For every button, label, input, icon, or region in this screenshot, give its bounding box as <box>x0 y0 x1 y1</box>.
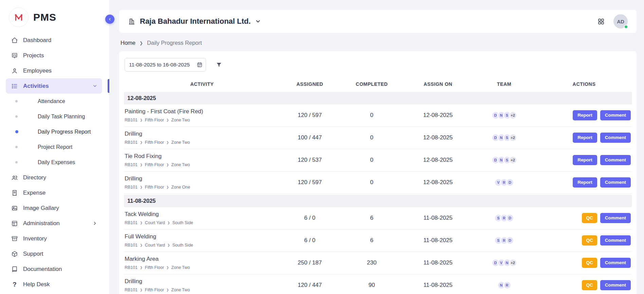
topbar-right: AD <box>597 14 628 28</box>
assign-on-value: 12-08-2025 <box>404 134 472 141</box>
app-logo[interactable]: PMS <box>0 0 109 33</box>
comment-button[interactable]: Comment <box>600 110 631 120</box>
path-chevron-icon: ❯ <box>166 163 169 166</box>
breadcrumb-home[interactable]: Home <box>121 40 135 46</box>
comment-button[interactable]: Comment <box>600 155 631 165</box>
comment-button[interactable]: Comment <box>600 133 631 143</box>
report-button[interactable]: Report <box>573 177 597 188</box>
path-chevron-icon: ❯ <box>167 243 170 247</box>
row-actions: QCComment <box>536 258 632 268</box>
sidebar-collapse-button[interactable]: ‹ <box>105 15 114 24</box>
sidebar-item-projects[interactable]: Projects <box>6 48 102 63</box>
sidebar-item-label: Employees <box>23 67 52 74</box>
package-icon <box>11 251 18 257</box>
team-extra-count[interactable]: +2 <box>509 259 517 267</box>
completed-value: 0 <box>339 134 404 141</box>
sidebar-item-image-gallery[interactable]: Image Gallary <box>6 200 102 216</box>
sidebar-item-administration[interactable]: Administration <box>6 216 102 231</box>
user-avatar[interactable]: AD <box>613 14 628 28</box>
comment-button[interactable]: Comment <box>600 177 631 188</box>
sidebar-item-label: Help Desk <box>23 281 50 288</box>
apps-grid-icon[interactable] <box>597 18 605 25</box>
table-row: Tack Welding RB101❯Court Yard❯South Side… <box>124 207 632 230</box>
sidebar-item-employees[interactable]: Employees <box>6 63 102 78</box>
sidebar-subitem-attendance[interactable]: Attendance <box>0 94 109 109</box>
report-button[interactable]: Report <box>573 155 597 165</box>
team-extra-count[interactable]: +2 <box>509 134 517 142</box>
column-header: ACTIVITY <box>124 81 280 87</box>
activity-path: RB101❯Court Yard❯South Side <box>125 220 280 225</box>
sidebar-subitem-daily-expenses[interactable]: Daily Expenses <box>0 155 109 170</box>
company-name: Raja Bahadur International Ltd. <box>140 17 251 26</box>
report-button[interactable]: Report <box>573 133 597 143</box>
comment-button[interactable]: Comment <box>600 280 631 290</box>
team-avatar[interactable]: D <box>506 214 514 222</box>
team-avatar[interactable]: D <box>506 178 514 187</box>
sidebar-item-label: Inventory <box>23 235 47 242</box>
sidebar-subitem-daily-task-planning[interactable]: Daily Task Planning <box>0 109 109 124</box>
logo-text: PMS <box>33 12 56 23</box>
team-avatar[interactable]: R <box>503 281 511 289</box>
sidebar-item-expense[interactable]: Expense <box>6 185 102 200</box>
completed-value: 0 <box>339 112 404 119</box>
book-icon <box>11 266 18 273</box>
report-button[interactable]: Report <box>573 110 597 120</box>
path-segment: RB101 <box>125 220 137 225</box>
comment-button[interactable]: Comment <box>600 258 631 268</box>
online-status-dot <box>624 25 628 29</box>
activity-title: Painting - First Coat (Fire Red) <box>125 108 280 115</box>
kanban-icon <box>11 52 18 59</box>
team-avatars: VRD <box>472 178 536 187</box>
company-selector[interactable]: Raja Bahadur International Ltd. <box>128 17 261 26</box>
qc-button[interactable]: QC <box>582 258 597 268</box>
comment-button[interactable]: Comment <box>600 235 631 246</box>
sidebar-item-documentation[interactable]: Documentation <box>6 261 102 277</box>
breadcrumb-current: Daily Progress Report <box>147 40 202 46</box>
sidebar-item-label: Image Gallary <box>23 205 59 212</box>
sidebar-item-support[interactable]: Support <box>6 246 102 261</box>
sidebar-item-help-desk[interactable]: ? Help Desk <box>6 277 102 292</box>
path-segment: Fifth Floor <box>145 140 164 145</box>
sidebar-item-label: Support <box>23 251 43 257</box>
path-segment: Zone One <box>171 185 190 190</box>
sidebar-item-activities[interactable]: Activities <box>6 78 102 94</box>
sidebar-item-label: Documentation <box>23 266 62 273</box>
sidebar-subitem-daily-progress-report[interactable]: Daily Progress Report <box>0 124 109 139</box>
home-icon <box>11 37 18 44</box>
archive-box-icon <box>11 235 18 242</box>
team-extra-count[interactable]: +2 <box>509 156 517 164</box>
table-header: ACTIVITY ASSIGNED COMPLETED ASSIGN ON TE… <box>124 77 632 91</box>
table-row: Painting - First Coat (Fire Red) RB101❯F… <box>124 104 632 127</box>
filter-icon[interactable] <box>216 61 222 68</box>
activity-path: RB101❯Fifth Floor❯Zone Two <box>125 288 280 292</box>
chevron-right-icon <box>92 221 97 226</box>
path-segment: South Side <box>172 220 193 225</box>
row-actions: ReportComment <box>536 155 632 165</box>
team-avatar[interactable]: D <box>506 236 514 244</box>
activities-submenu: Attendance Daily Task Planning Daily Pro… <box>0 94 109 170</box>
comment-button[interactable]: Comment <box>600 213 631 223</box>
assign-on-value: 12-08-2025 <box>404 179 472 186</box>
activity-cell: Tack Welding RB101❯Court Yard❯South Side <box>124 211 280 225</box>
date-range-picker[interactable] <box>125 58 206 72</box>
sidebar-subitem-project-report[interactable]: Project Report <box>0 139 109 155</box>
path-segment: Court Yard <box>145 243 165 248</box>
sidebar-item-directory[interactable]: Directory <box>6 170 102 185</box>
team-extra-count[interactable]: +2 <box>509 111 517 119</box>
table-row: Drilling RB101❯Fifth Floor❯Zone Two 120 … <box>124 274 632 294</box>
group-date: 12-08-2025 <box>127 95 156 101</box>
activity-title: Drilling <box>125 131 280 137</box>
sidebar-item-dashboard[interactable]: Dashboard <box>6 33 102 48</box>
table-body: 12-08-2025 Painting - First Coat (Fire R… <box>124 92 632 294</box>
sidebar-item-inventory[interactable]: Inventory <box>6 231 102 246</box>
date-range-field[interactable] <box>125 58 206 72</box>
qc-button[interactable]: QC <box>582 235 597 246</box>
path-chevron-icon: ❯ <box>166 185 169 189</box>
sidebar: PMS Dashboard Projects Employees Activit… <box>0 0 110 294</box>
assign-on-value: 12-08-2025 <box>404 112 472 119</box>
path-segment: RB101 <box>125 162 137 167</box>
qc-button[interactable]: QC <box>582 280 597 290</box>
activity-title: Tack Welding <box>125 211 280 218</box>
chevron-right-icon: ❯ <box>140 41 143 45</box>
qc-button[interactable]: QC <box>582 213 597 223</box>
